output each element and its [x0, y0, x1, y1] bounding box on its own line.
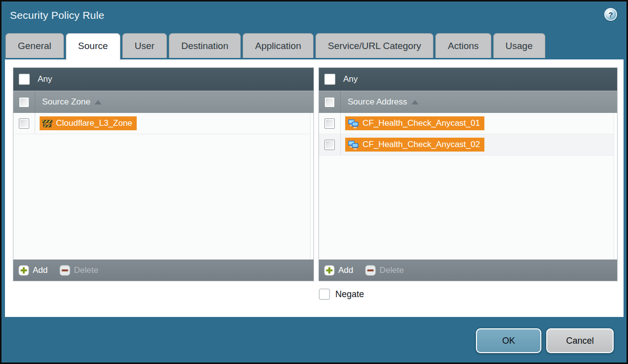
source-zone-panel: Any Source Zone: [13, 67, 314, 281]
row-checkbox-cell: [319, 113, 341, 134]
plus-icon: [324, 265, 335, 276]
source-zone-select-all-checkbox[interactable]: [19, 97, 29, 107]
source-address-column-header[interactable]: Source Address: [319, 91, 617, 113]
source-address-any-label: Any: [343, 74, 358, 84]
source-address-any-bar: Any: [319, 68, 617, 91]
source-zone-list: Cloudflare_L3_Zone: [13, 113, 314, 260]
row-checkbox-cell: [13, 113, 35, 134]
source-zone-any-checkbox[interactable]: [19, 74, 30, 85]
delete-button[interactable]: Delete: [365, 265, 404, 276]
security-policy-rule-dialog: Security Policy Rule ? General Source Us…: [0, 0, 628, 364]
zone-object-chip[interactable]: Cloudflare_L3_Zone: [40, 116, 137, 130]
tab-usage[interactable]: Usage: [493, 33, 545, 58]
ok-button[interactable]: OK: [476, 328, 541, 353]
source-tab-content: Any Source Zone: [5, 59, 624, 317]
tab-general[interactable]: General: [5, 33, 64, 58]
address-name: CF_Health_Check_Anycast_02: [363, 140, 480, 150]
add-button[interactable]: Add: [324, 265, 353, 276]
plus-icon: [18, 265, 29, 276]
address-icon: [348, 119, 359, 128]
zone-icon: [42, 119, 52, 128]
tab-application[interactable]: Application: [243, 33, 314, 58]
add-label: Add: [338, 265, 353, 275]
negate-option: Negate: [319, 289, 364, 300]
tab-service-url-category[interactable]: Service/URL Category: [315, 33, 433, 58]
source-address-column-title: Source Address: [348, 97, 407, 107]
address-name: CF_Health_Check_Anycast_01: [363, 118, 480, 128]
source-address-toolbar: Add Delete: [319, 260, 617, 281]
tab-source[interactable]: Source: [66, 33, 120, 60]
row-checkbox-cell: [319, 134, 341, 155]
source-address-any-checkbox[interactable]: [324, 74, 335, 85]
dialog-title: Security Policy Rule: [10, 9, 105, 21]
source-zone-any-label: Any: [38, 74, 52, 84]
minus-icon: [59, 265, 70, 276]
cancel-button[interactable]: Cancel: [546, 328, 614, 353]
source-zone-column-title: Source Zone: [42, 97, 90, 107]
source-address-panel: Any Source Address: [318, 67, 618, 281]
minus-icon: [365, 265, 376, 276]
source-zone-toolbar: Add Delete: [13, 260, 314, 281]
row-checkbox[interactable]: [324, 140, 335, 150]
table-row: CF_Health_Check_Anycast_01: [319, 113, 617, 134]
negate-checkbox[interactable]: [319, 289, 330, 300]
delete-label: Delete: [74, 265, 98, 275]
add-label: Add: [33, 265, 48, 275]
dialog-titlebar: Security Policy Rule ?: [1, 1, 627, 32]
tab-actions[interactable]: Actions: [435, 33, 491, 58]
scrollbar-track[interactable]: [614, 113, 617, 260]
tab-user[interactable]: User: [122, 33, 167, 58]
tab-destination[interactable]: Destination: [169, 33, 241, 58]
help-icon[interactable]: ?: [604, 8, 617, 21]
row-checkbox[interactable]: [324, 118, 335, 129]
scrollbar-track[interactable]: [310, 113, 314, 260]
delete-label: Delete: [379, 265, 404, 275]
negate-label: Negate: [335, 289, 364, 300]
add-button[interactable]: Add: [18, 265, 48, 276]
tab-bar: General Source User Destination Applicat…: [5, 33, 547, 60]
address-object-chip[interactable]: CF_Health_Check_Anycast_02: [345, 138, 484, 152]
table-row: CF_Health_Check_Anycast_02: [319, 134, 617, 156]
select-all-cell: [13, 91, 35, 113]
address-object-chip[interactable]: CF_Health_Check_Anycast_01: [345, 116, 484, 130]
source-address-select-all-checkbox[interactable]: [324, 97, 335, 107]
source-address-list: CF_Health_Check_Anycast_01: [319, 113, 617, 260]
delete-button[interactable]: Delete: [59, 265, 98, 276]
row-checkbox[interactable]: [19, 118, 29, 129]
zone-name: Cloudflare_L3_Zone: [56, 118, 132, 128]
sort-ascending-icon: [95, 100, 102, 104]
table-row: Cloudflare_L3_Zone: [13, 113, 314, 134]
source-zone-any-bar: Any: [13, 68, 314, 91]
sort-ascending-icon: [412, 100, 419, 104]
select-all-cell: [319, 91, 341, 113]
address-icon: [348, 140, 359, 150]
source-zone-column-header[interactable]: Source Zone: [13, 91, 314, 113]
